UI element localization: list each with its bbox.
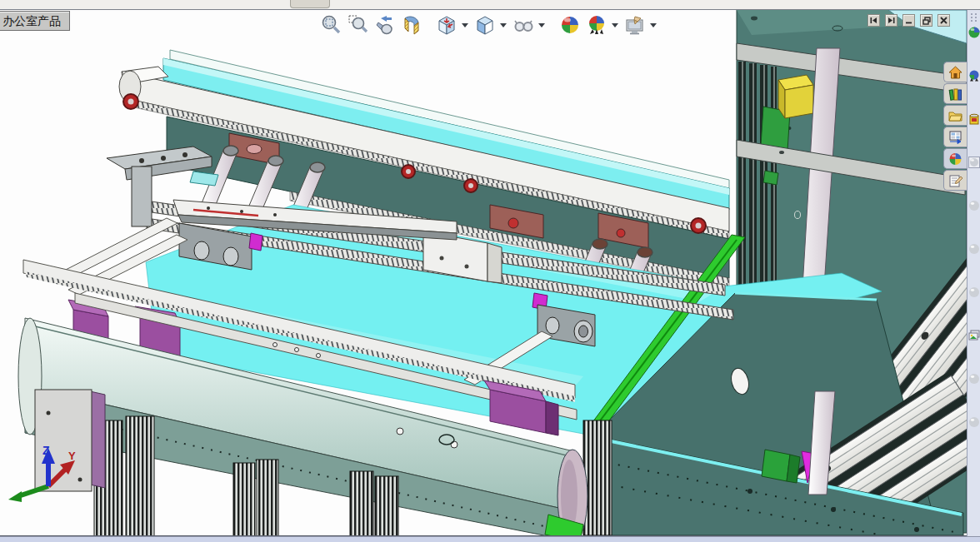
edit-appearance-icon — [559, 14, 581, 36]
appearance-swatch[interactable] — [968, 286, 980, 298]
appearance-swatch[interactable] — [968, 157, 980, 168]
appearance-swatch[interactable] — [968, 243, 980, 255]
restore-button[interactable] — [920, 14, 932, 27]
minimize-icon — [905, 17, 912, 24]
tab-appearances-scenes[interactable] — [943, 148, 967, 169]
tab-custom-properties[interactable] — [943, 170, 967, 191]
appearance-flyout-strip — [967, 10, 980, 536]
hide-show-items-icon — [512, 14, 534, 36]
edit-appearance-icon[interactable] — [968, 27, 980, 38]
zoom-to-fit-icon — [321, 14, 342, 36]
drag-handle[interactable] — [971, 13, 978, 22]
document-tab[interactable]: 办公室产品 — [0, 11, 70, 31]
menu-bar-strip — [0, 0, 980, 10]
view-orientation-button[interactable] — [435, 13, 458, 37]
appearance-swatch[interactable] — [968, 416, 980, 428]
section-view-button[interactable] — [400, 13, 423, 37]
dropdown-arrow[interactable] — [462, 23, 468, 27]
previous-window-button[interactable] — [868, 14, 880, 27]
document-window-controls — [868, 14, 950, 27]
tab-solidworks-resources[interactable] — [943, 62, 967, 82]
books-icon — [948, 87, 962, 101]
paint-can-icon[interactable] — [968, 113, 980, 125]
task-pane-tabs — [943, 62, 967, 191]
triad-z-label: Z — [42, 444, 50, 457]
display-style-icon — [474, 14, 496, 36]
close-button[interactable] — [938, 14, 950, 27]
previous-view-icon — [374, 14, 396, 36]
toolbar-grip[interactable] — [290, 0, 330, 8]
heads-up-toolbar — [320, 13, 658, 37]
view-settings-button[interactable] — [623, 13, 647, 37]
tab-file-explorer[interactable] — [943, 105, 967, 126]
appearance-swatch[interactable] — [968, 373, 980, 385]
triad-y-label: Y — [68, 450, 76, 462]
dropdown-arrow[interactable] — [500, 23, 507, 27]
next-window-button[interactable] — [885, 14, 898, 27]
home-icon — [948, 66, 962, 79]
dropdown-arrow[interactable] — [612, 23, 618, 27]
tab-view-palette[interactable] — [943, 127, 967, 147]
display-style-button[interactable] — [473, 13, 497, 37]
close-icon — [940, 17, 948, 24]
photo-stack-icon[interactable] — [968, 330, 980, 341]
folder-icon — [948, 109, 962, 122]
minimize-button[interactable] — [902, 14, 915, 27]
status-bar — [0, 536, 980, 542]
next-window-icon — [888, 17, 895, 24]
view-settings-icon — [624, 14, 646, 36]
zoom-to-area-icon — [348, 14, 369, 36]
view-orientation-icon — [436, 14, 458, 36]
custom-properties-icon — [948, 174, 962, 187]
dropdown-arrow[interactable] — [538, 23, 545, 27]
apply-scene-icon[interactable] — [968, 70, 980, 82]
view-palette-icon — [948, 131, 962, 144]
previous-view-button[interactable] — [373, 13, 397, 37]
appearance-sphere-icon — [948, 152, 962, 166]
restore-icon — [922, 17, 931, 25]
apply-scene-button[interactable] — [585, 13, 608, 37]
application-window: Z Y 办公室产品 — [0, 0, 980, 542]
hide-show-items-button[interactable] — [512, 13, 535, 37]
dropdown-arrow[interactable] — [650, 23, 657, 27]
previous-window-icon — [870, 17, 878, 24]
edit-appearance-button[interactable] — [558, 13, 582, 37]
graphics-viewport[interactable]: Z Y — [0, 0, 980, 542]
zoom-to-area-button[interactable] — [347, 13, 370, 37]
section-view-icon — [401, 14, 422, 36]
apply-scene-icon — [586, 14, 608, 36]
zoom-to-fit-button[interactable] — [320, 13, 343, 37]
tab-design-library[interactable] — [943, 83, 967, 104]
appearance-swatch[interactable] — [968, 200, 980, 211]
